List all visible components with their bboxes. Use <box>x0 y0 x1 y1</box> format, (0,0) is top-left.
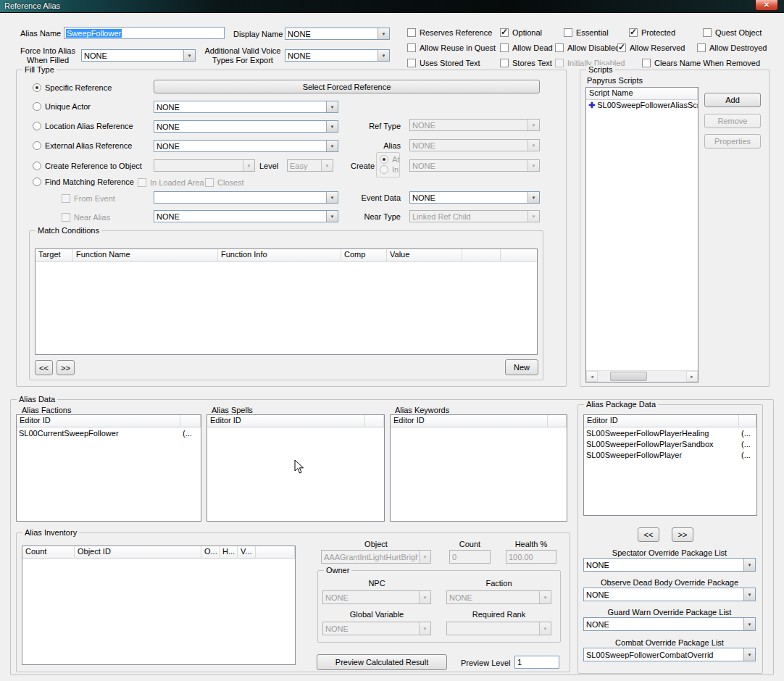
checkbox-uses-stored-text[interactable]: Uses Stored Text <box>407 58 480 68</box>
unique-actor-combo[interactable]: NONE <box>154 101 338 113</box>
checkbox-stores-text[interactable]: Stores Text <box>500 58 552 68</box>
package-more: (... <box>739 429 756 438</box>
list-item[interactable]: SL00CurrentSweepFollower (... <box>17 427 201 438</box>
preview-calculated-result-button[interactable]: Preview Calculated Result <box>317 654 447 670</box>
match-conditions-title: Match Conditions <box>36 226 101 235</box>
display-name-combo[interactable]: NONE <box>285 28 390 40</box>
external-alias-combo[interactable]: NONE <box>154 140 338 152</box>
list-item[interactable]: ✚SL00SweepFollowerAliasScript <box>586 100 698 111</box>
column-header-editor-id[interactable]: Editor ID <box>207 415 365 427</box>
alias-factions-list[interactable]: Editor ID SL00CurrentSweepFollower (... <box>16 414 201 522</box>
checkbox-allow-disabled[interactable]: Allow Disabled <box>555 43 620 53</box>
from-event-combo[interactable] <box>154 191 338 204</box>
checkbox-optional[interactable]: Optional <box>500 28 542 38</box>
column-header-blank[interactable] <box>739 415 756 427</box>
column-header-value[interactable]: Value <box>387 249 462 261</box>
column-header-function-info[interactable]: Function Info <box>218 249 341 261</box>
list-item[interactable]: SL00SweeperFollowPlayerSandbox (... <box>584 438 756 449</box>
papyrus-scripts-hscrollbar[interactable] <box>586 370 698 382</box>
column-header-blank[interactable] <box>501 249 538 261</box>
column-header-blank[interactable] <box>180 415 201 427</box>
radio-external-alias-reference[interactable]: External Alias Reference <box>33 141 132 151</box>
event-data-combo[interactable]: NONE <box>409 191 540 204</box>
radio-dot <box>33 122 41 130</box>
match-new-button[interactable]: New <box>505 359 538 375</box>
alias-label: Alias <box>344 141 401 151</box>
fill-type-group-title: Fill Type <box>22 65 57 75</box>
column-header-h[interactable]: H... <box>220 546 238 558</box>
checkbox-reserves-reference[interactable]: Reserves Reference <box>407 28 492 38</box>
external-alias-value: NONE <box>154 142 325 151</box>
checkbox-protected[interactable]: Protected <box>629 28 675 38</box>
column-header-editor-id[interactable]: Editor ID <box>17 415 180 427</box>
scrollbar-thumb[interactable] <box>610 372 647 381</box>
voice-types-combo[interactable]: NONE <box>285 49 390 62</box>
radio-unique-actor[interactable]: Unique Actor <box>33 101 91 112</box>
checkbox-essential[interactable]: Essential <box>564 28 609 38</box>
chevron-down-icon <box>326 211 338 222</box>
near-alias-combo[interactable]: NONE <box>154 210 338 222</box>
match-conditions-table[interactable]: Target Function Name Function Info Comp … <box>35 248 538 355</box>
column-header-blank[interactable] <box>548 415 567 427</box>
observe-dead-body-combo[interactable]: NONE <box>583 588 756 601</box>
script-plus-icon: ✚ <box>588 101 595 109</box>
list-item[interactable]: SL00SweeperFollowPlayerHealing (... <box>584 427 756 438</box>
chevron-down-icon <box>378 50 389 61</box>
preview-level-input[interactable]: 1 <box>514 656 559 669</box>
spectator-override-combo[interactable]: NONE <box>583 558 756 572</box>
alias-package-list[interactable]: Editor ID SL00SweeperFollowPlayerHealing… <box>583 414 757 516</box>
papyrus-scripts-header[interactable]: Script Name <box>586 88 698 100</box>
package-next-button[interactable]: >> <box>672 527 693 542</box>
scrollbar-track[interactable] <box>598 371 686 382</box>
script-add-button[interactable]: Add <box>704 93 761 107</box>
radio-create-reference-to-object[interactable]: Create Reference to Object <box>33 161 142 171</box>
location-alias-combo[interactable]: NONE <box>154 120 338 133</box>
checkbox-label: Allow Reuse in Quest <box>420 43 496 52</box>
radio-specific-reference[interactable]: Specific Reference <box>33 83 112 93</box>
faction-value: NONE <box>447 593 538 602</box>
match-next-button[interactable]: >> <box>57 360 75 375</box>
column-header-function-name[interactable]: Function Name <box>73 249 218 261</box>
match-prev-button[interactable]: << <box>35 360 53 375</box>
column-header-comp[interactable]: Comp <box>341 249 387 261</box>
column-header-blank[interactable] <box>365 415 384 427</box>
column-header-o[interactable]: O... <box>201 546 220 558</box>
column-header-editor-id[interactable]: Editor ID <box>584 415 739 427</box>
column-header-editor-id[interactable]: Editor ID <box>391 415 548 427</box>
match-conditions-header[interactable]: Target Function Name Function Info Comp … <box>36 249 537 262</box>
radio-find-matching-reference[interactable]: Find Matching Reference <box>33 177 134 187</box>
package-editor-id: SL00SweeperFollowPlayerHealing <box>584 429 739 438</box>
titlebar[interactable]: Reference Alias ✕ <box>0 0 784 13</box>
scroll-left-icon[interactable] <box>586 371 598 382</box>
scroll-right-icon[interactable] <box>686 371 698 382</box>
checkbox-quest-object[interactable]: Quest Object <box>703 28 762 38</box>
column-header-blank[interactable] <box>462 249 501 261</box>
column-header-object-id[interactable]: Object ID <box>75 546 201 558</box>
spectator-override-label: Spectator Override Package List <box>583 548 756 558</box>
checkbox-clears-name-when-removed[interactable]: Clears Name When Removed <box>642 58 760 68</box>
checkbox-allow-dead[interactable]: Allow Dead <box>500 43 553 53</box>
column-header-count[interactable]: Count <box>22 546 75 558</box>
close-button[interactable]: ✕ <box>755 0 778 11</box>
guard-warn-combo[interactable]: NONE <box>583 617 756 631</box>
global-variable-value: NONE <box>323 624 418 633</box>
checkbox-allow-reserved[interactable]: Allow Reserved <box>617 43 685 53</box>
radio-create-at: At <box>380 154 399 164</box>
alias-keywords-list[interactable]: Editor ID <box>390 414 567 522</box>
papyrus-scripts-list[interactable]: Script Name ✚SL00SweepFollowerAliasScrip… <box>585 87 698 383</box>
select-forced-reference-button[interactable]: Select Forced Reference <box>154 80 540 93</box>
force-into-alias-combo[interactable]: NONE <box>81 49 196 62</box>
column-header-script-name[interactable]: Script Name <box>586 88 698 99</box>
alias-name-input[interactable]: SweepFollower <box>64 27 225 39</box>
window-title: Reference Alias <box>4 1 60 10</box>
column-header-v[interactable]: V... <box>238 546 256 558</box>
radio-location-alias-reference[interactable]: Location Alias Reference <box>33 121 133 131</box>
checkbox-allow-destroyed[interactable]: Allow Destroyed <box>697 43 767 53</box>
list-item[interactable]: SL00SweeperFollowPlayer (... <box>584 449 756 460</box>
package-prev-button[interactable]: << <box>638 527 659 542</box>
combat-override-combo[interactable]: SL00SweepFollowerCombatOverrid <box>583 648 756 661</box>
column-header-target[interactable]: Target <box>36 249 73 261</box>
checkbox-allow-reuse-in-quest[interactable]: Allow Reuse in Quest <box>407 43 496 53</box>
alias-inventory-table[interactable]: Count Object ID O... H... V... <box>22 546 296 665</box>
column-header-blank[interactable] <box>256 546 295 558</box>
